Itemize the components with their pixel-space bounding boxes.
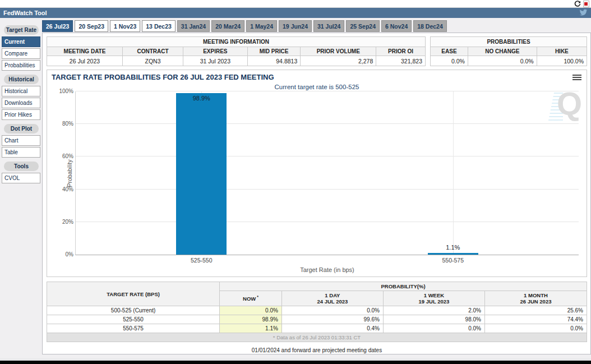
cell-1-month: 0.0%	[484, 324, 587, 333]
prob-col-ease: EASE	[431, 47, 468, 56]
chart-subtitle: Current target rate is 500-525	[47, 84, 587, 90]
app-titlebar: FedWatch Tool	[0, 8, 591, 18]
page-bottom-strip	[0, 358, 591, 364]
gridline	[76, 156, 579, 156]
sidebar-section-historical: Historical	[4, 75, 39, 84]
cell-1-week: 2.0%	[383, 306, 484, 315]
bar-value-label: 98.9%	[173, 95, 229, 102]
tab-1-nov23[interactable]: 1 Nov23	[110, 20, 140, 32]
sidebar-item-current[interactable]: Current	[2, 36, 40, 47]
y-tick-label: 100%	[53, 88, 73, 94]
tab-20-mar24[interactable]: 20 Mar24	[211, 20, 244, 32]
tab-31-jan24[interactable]: 31 Jan24	[177, 20, 210, 32]
meeting-information-table: MEETING INFORMATIONMEETING DATECONTRACTE…	[47, 36, 426, 66]
x-axis-label: Target Rate (in bps)	[76, 266, 579, 273]
tab-20-sep23[interactable]: 20 Sep23	[75, 20, 108, 32]
sidebar-section-tools: Tools	[4, 162, 39, 171]
meeting-info-col-expires: EXPIRES	[183, 47, 248, 56]
cell-now: 1.1%	[220, 324, 282, 333]
sidebar-item-downloads[interactable]: Downloads	[2, 98, 40, 108]
meeting-info-value-expires: 31 Jul 2023	[183, 56, 248, 66]
y-tick-label: 40%	[53, 186, 73, 192]
main-panel: MEETING INFORMATIONMEETING DATECONTRACTE…	[42, 33, 591, 354]
y-tick-label: 80%	[53, 121, 73, 127]
table-row-525-550: 525-55098.9%99.6%98.0%74.4%	[47, 315, 587, 324]
y-tick-label: 0%	[53, 251, 73, 257]
meeting-info-title: MEETING INFORMATION	[47, 37, 426, 47]
chart-title: TARGET RATE PROBABILITIES FOR 26 JUL 202…	[52, 73, 274, 81]
meeting-date-tabbar: 26 Jul2320 Sep231 Nov2313 Dec2331 Jan242…	[42, 19, 591, 33]
window-top-strip	[0, 0, 591, 8]
cell-1-day: 99.6%	[281, 315, 383, 324]
chart-plot-area: Probability Target Rate (in bps) 0%20%40…	[75, 91, 579, 255]
table-row-500-525-current-: 500-525 (Current)0.0%0.0%2.0%25.6%	[47, 306, 587, 315]
tab-25-sep24[interactable]: 25 Sep24	[346, 20, 380, 32]
sidebar-item-compare[interactable]: Compare	[2, 48, 40, 59]
tab-18-dec24[interactable]: 18 Dec24	[413, 20, 447, 32]
col-now: NOW *	[220, 291, 282, 306]
sidebar: Target RateCurrentCompareProbabilitiesHi…	[1, 19, 40, 354]
cell-rate: 500-525 (Current)	[47, 306, 220, 315]
table-row-550-575: 550-5751.1%0.4%0.0%0.0%	[47, 324, 587, 333]
meeting-info-value-contract: ZQN3	[123, 56, 183, 66]
sidebar-item-prior-hikes[interactable]: Prior Hikes	[2, 109, 40, 120]
sidebar-item-cvol[interactable]: CVOL	[2, 173, 40, 183]
cell-now: 0.0%	[220, 306, 282, 315]
sidebar-section-dot-plot: Dot Plot	[4, 124, 39, 133]
bar-value-label: 1.1%	[425, 244, 481, 251]
meeting-info-col-mid-price: MID PRICE	[247, 47, 301, 56]
sidebar-item-chart[interactable]: Chart	[2, 135, 40, 146]
meeting-info-value-mid-price: 94.8813	[247, 56, 301, 66]
gridline	[76, 189, 579, 190]
bar-525-550	[176, 93, 227, 255]
tab-19-jun24[interactable]: 19 Jun24	[279, 20, 312, 32]
refresh-icon[interactable]	[574, 1, 581, 7]
cell-now: 98.9%	[220, 315, 282, 324]
prob-value-no-change: 0.0%	[468, 56, 537, 66]
gridline	[76, 222, 579, 222]
probability-history-table: TARGET RATE (BPS)PROBABILITY(%)NOW *1 DA…	[47, 282, 587, 342]
gridline	[76, 91, 579, 91]
probability-chart: TARGET RATE PROBABILITIES FOR 26 JUL 202…	[47, 70, 587, 277]
app-title: FedWatch Tool	[3, 10, 47, 16]
prob-col-no-change: NO CHANGE	[468, 47, 537, 56]
cell-1-month: 25.6%	[484, 306, 587, 315]
pdf-export-icon[interactable]	[583, 1, 589, 7]
cell-1-day: 0.4%	[281, 324, 383, 333]
twitter-icon[interactable]	[579, 9, 588, 17]
menu-icon[interactable]	[572, 75, 581, 81]
tab-13-dec23[interactable]: 13 Dec23	[142, 20, 176, 32]
meeting-info-value-meeting-date: 26 Jul 2023	[47, 56, 123, 66]
cell-rate: 525-550	[47, 315, 220, 324]
meeting-info-value-prior-oi: 321,823	[376, 56, 426, 66]
meeting-info-col-meeting-date: MEETING DATE	[47, 47, 123, 56]
x-tick-525-550: 525-550	[173, 257, 229, 264]
y-tick-label: 20%	[53, 219, 73, 225]
tab-31-jul24[interactable]: 31 Jul24	[313, 20, 344, 32]
col-probability-group: PROBABILITY(%)	[220, 282, 587, 291]
bar-550-575	[428, 253, 478, 255]
probabilities-title: PROBABILITIES	[431, 37, 587, 47]
y-tick-label: 60%	[53, 153, 73, 159]
cell-rate: 550-575	[47, 324, 220, 333]
gridline	[76, 123, 579, 124]
probabilities-summary-table: PROBABILITIESEASENO CHANGEHIKE0.0%0.0%10…	[430, 36, 587, 66]
cell-1-week: 0.0%	[383, 324, 484, 333]
tab-6-nov24[interactable]: 6 Nov24	[381, 20, 412, 32]
sidebar-section-target-rate: Target Rate	[4, 25, 39, 35]
category-gridline	[453, 91, 454, 255]
col-1-week: 1 WEEK19 JUL 2023	[383, 291, 484, 306]
projected-dates-note: 01/01/2024 and forward are projected mee…	[47, 347, 587, 353]
cell-1-week: 98.0%	[383, 315, 484, 324]
data-as-of-footnote: * Data as of 26 Jul 2023 01:33:31 CT	[47, 333, 587, 342]
cell-1-day: 0.0%	[281, 306, 383, 315]
tab-26-jul23[interactable]: 26 Jul23	[42, 20, 73, 32]
prob-value-hike: 100.0%	[537, 56, 587, 66]
sidebar-item-probabilities[interactable]: Probabilities	[2, 60, 40, 71]
meeting-info-col-prior-volume: PRIOR VOLUME	[301, 47, 376, 56]
sidebar-item-historical[interactable]: Historical	[2, 86, 40, 96]
sidebar-item-table[interactable]: Table	[2, 147, 40, 158]
tab-1-may24[interactable]: 1 May24	[246, 20, 277, 32]
col-target-rate-bps: TARGET RATE (BPS)	[47, 282, 220, 306]
prob-value-ease: 0.0%	[431, 56, 468, 66]
